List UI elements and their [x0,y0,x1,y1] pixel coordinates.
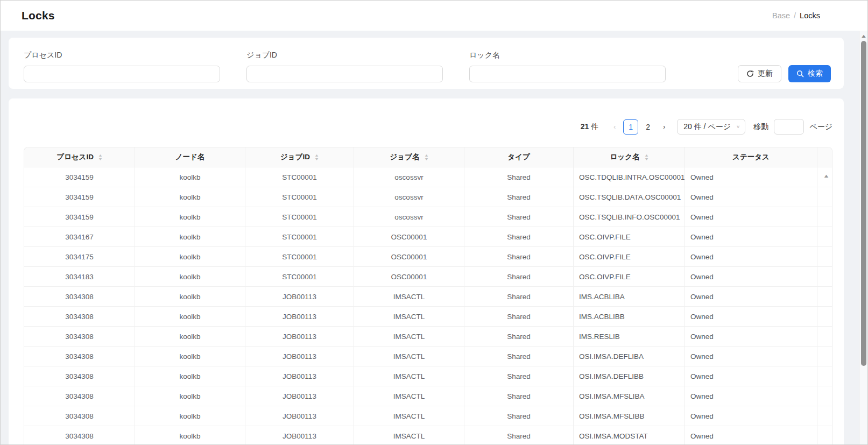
column-header[interactable]: ロック名▲▼ [574,147,685,167]
filter-field-process-id: プロセスID [24,51,220,82]
cell: koolkb [135,366,245,386]
scrollbar-thumb[interactable] [861,41,866,366]
locks-table: プロセスID▲▼ノード名ジョブID▲▼ジョブ名▲▼タイプロック名▲▼ステータス … [24,147,832,445]
refresh-button[interactable]: 更新 [738,65,781,82]
process-id-input[interactable] [24,66,220,82]
page-number-1[interactable]: 1 [623,119,638,135]
table-row[interactable]: 3034308koolkbJOB00113IMSACTLSharedIMS.AC… [24,307,832,327]
scrollbar-up-icon[interactable]: ▲ [858,33,868,39]
cell: 3034308 [24,287,135,307]
breadcrumb-parent[interactable]: Base [772,11,790,20]
next-page-button[interactable]: › [657,119,672,135]
cell: IMSACTL [354,307,464,327]
cell: Shared [464,207,574,227]
cell: 3034308 [24,347,135,366]
cell: OSI.IMSA.MFSLIBA [574,386,685,406]
sort-carets-icon[interactable]: ▲▼ [645,154,648,161]
table-row[interactable]: 3034308koolkbJOB00113IMSACTLSharedIMS.RE… [24,327,832,347]
cell: Owned [685,167,817,187]
table-row[interactable]: 3034175koolkbSTC00001OSC00001SharedOSC.O… [24,247,832,267]
search-button-label: 検索 [808,69,823,79]
column-header[interactable]: ジョブ名▲▼ [354,147,464,167]
breadcrumb: Base / Locks [772,11,820,20]
search-icon [796,70,804,77]
column-header: ステータス [685,147,817,167]
scrollbar-gutter-cell [817,426,832,445]
cell: OSC.TSQLIB.DATA.OSC00001 [574,187,685,207]
column-header[interactable]: プロセスID▲▼ [24,147,135,167]
cell: Shared [464,386,574,406]
scrollbar-gutter-cell [817,307,832,327]
cell: 3034159 [24,167,135,187]
cell: oscossvr [354,167,464,187]
cell: JOB00113 [245,347,354,366]
cell: JOB00113 [245,366,354,386]
content-area: プロセスID ジョブID ロック名 更新 [9,38,844,445]
sort-carets-icon[interactable]: ▲▼ [98,154,102,161]
job-id-input[interactable] [246,66,443,82]
cell: JOB00113 [245,307,354,327]
cell: IMS.ACBLIBA [574,287,685,307]
scrollbar-gutter-cell [817,406,832,426]
cell: IMSACTL [354,366,464,386]
goto-page-input[interactable] [774,119,804,135]
cell: OSI.IMSA.DEFLIBA [574,347,685,366]
cell: OSI.IMSA.MFSLIBB [574,406,685,426]
page-scrollbar[interactable]: ▲ [859,31,868,445]
table-row[interactable]: 3034308koolkbJOB00113IMSACTLSharedIMS.AC… [24,287,832,307]
sort-carets-icon[interactable]: ▲▼ [315,154,319,161]
cell: Owned [685,366,817,386]
page-size-value: 20 件 / ページ [683,122,731,132]
cell: Owned [685,207,817,227]
prev-page-button[interactable]: ‹ [607,119,622,135]
cell: Shared [464,347,574,366]
scrollbar-gutter-cell [817,227,832,247]
cell: 3034308 [24,327,135,347]
scrollbar-gutter-cell [817,366,832,386]
cell: OSC.TDQLIB.INTRA.OSC00001 [574,167,685,187]
column-header-label: ステータス [732,152,770,162]
cell: IMSACTL [354,347,464,366]
table-row[interactable]: 3034159koolkbSTC00001oscossvrSharedOSC.T… [24,167,832,187]
table-row[interactable]: 3034308koolkbJOB00113IMSACTLSharedOSI.IM… [24,406,832,426]
cell: OSC00001 [354,227,464,247]
cell: 3034183 [24,267,135,287]
table-row[interactable]: 3034159koolkbSTC00001oscossvrSharedOSC.T… [24,187,832,207]
cell: OSC.OIVP.FILE [574,247,685,267]
sort-carets-icon[interactable]: ▲▼ [425,154,428,161]
page-number-2[interactable]: 2 [640,119,655,135]
page-size-select[interactable]: 20 件 / ページ ∨ [677,119,745,135]
column-header-label: ロック名 [610,152,640,162]
table-row[interactable]: 3034159koolkbSTC00001oscossvrSharedOSC.T… [24,207,832,227]
table-header-row: プロセスID▲▼ノード名ジョブID▲▼ジョブ名▲▼タイプロック名▲▼ステータス [24,147,832,167]
column-header-label: ジョブ名 [390,152,420,162]
column-header-label: ノード名 [175,152,205,162]
table-row[interactable]: 3034183koolkbSTC00001OSC00001SharedOSC.O… [24,267,832,287]
scrollbar-gutter-cell [817,187,832,207]
cell: 3034159 [24,207,135,227]
table-row[interactable]: 3034167koolkbSTC00001OSC00001SharedOSC.O… [24,227,832,247]
cell: OSC.OIVP.FILE [574,227,685,247]
cell: IMSACTL [354,287,464,307]
column-header[interactable]: ジョブID▲▼ [245,147,354,167]
search-button[interactable]: 検索 [788,65,831,82]
cell: IMS.RESLIB [574,327,685,347]
cell: 3034308 [24,366,135,386]
table-scroll-up-icon[interactable]: ▲ [823,174,829,179]
cell: Shared [464,366,574,386]
cell: JOB00113 [245,426,354,445]
filter-panel: プロセスID ジョブID ロック名 更新 [9,38,844,89]
table-row[interactable]: 3034308koolkbJOB00113IMSACTLSharedOSI.IM… [24,426,832,445]
cell: JOB00113 [245,386,354,406]
lock-name-input[interactable] [469,66,666,82]
column-header-label: プロセスID [57,152,94,162]
cell: Owned [685,406,817,426]
cell: koolkb [135,426,245,445]
cell: 3034175 [24,247,135,267]
table-panel: 21 件 ‹ 12 › 20 件 / ページ ∨ 移動 ページ [9,98,844,445]
cell: OSI.IMSA.MODSTAT [574,426,685,445]
table-row[interactable]: 3034308koolkbJOB00113IMSACTLSharedOSI.IM… [24,347,832,366]
table-row[interactable]: 3034308koolkbJOB00113IMSACTLSharedOSI.IM… [24,366,832,386]
table-row[interactable]: 3034308koolkbJOB00113IMSACTLSharedOSI.IM… [24,386,832,406]
cell: Owned [685,347,817,366]
